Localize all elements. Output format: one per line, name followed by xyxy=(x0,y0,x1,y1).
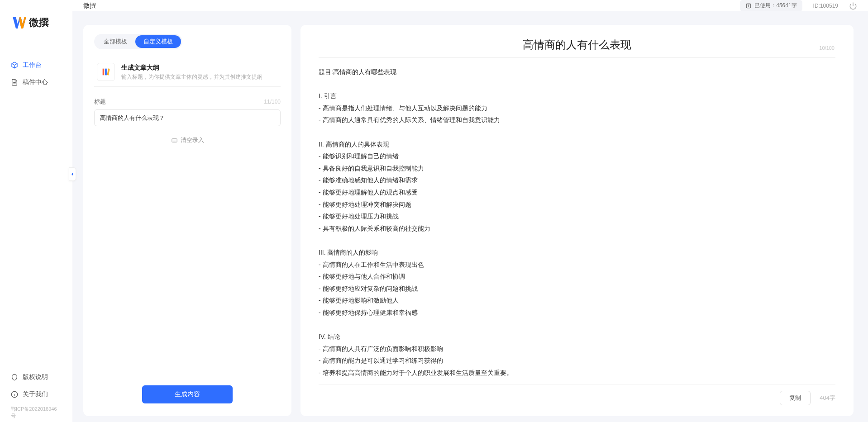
topbar: 微撰 已使用：45641字 ID:100519 xyxy=(72,0,868,11)
output-body: 题目:高情商的人有哪些表现 I. 引言 - 高情商是指人们处理情绪、与他人互动以… xyxy=(319,66,835,379)
nav-label: 稿件中心 xyxy=(23,78,48,86)
logo-text: 微撰 xyxy=(29,16,49,29)
page-title: 微撰 xyxy=(83,2,96,10)
template-tab-bar: 全部模板 自定义模板 xyxy=(94,34,182,49)
logo[interactable]: 微撰 xyxy=(0,16,72,29)
icp-link[interactable]: 鄂ICP备2022016946号 xyxy=(0,403,72,422)
template-icon xyxy=(97,63,115,81)
output-word-count: 404字 xyxy=(820,394,835,402)
tab-custom-templates[interactable]: 自定义模板 xyxy=(135,35,181,48)
shield-icon xyxy=(11,374,18,381)
sidebar: 微撰 工作台 稿件中心 版权说明 关于我们 鄂ICP备2022016946号 xyxy=(0,0,72,422)
nav-label: 工作台 xyxy=(23,61,42,69)
usage-badge: 已使用：45641字 xyxy=(740,0,802,11)
sidebar-collapse-button[interactable] xyxy=(69,167,76,181)
tab-all-templates[interactable]: 全部模板 xyxy=(95,35,135,48)
nav-item-workbench[interactable]: 工作台 xyxy=(0,57,72,74)
clear-label: 清空录入 xyxy=(181,136,204,144)
output-title-count: 10/100 xyxy=(819,45,835,51)
cube-icon xyxy=(11,62,18,69)
output-panel: 高情商的人有什么表现 10/100 题目:高情商的人有哪些表现 I. 引言 - … xyxy=(300,25,854,416)
svg-rect-6 xyxy=(107,68,110,75)
template-card[interactable]: 生成文章大纲 输入标题，为你提供文章主体的灵感，并为其创建推文提纲 xyxy=(94,57,281,87)
output-divider xyxy=(319,57,835,58)
chevron-left-icon xyxy=(70,172,75,176)
keyboard-icon xyxy=(171,137,178,144)
title-char-count: 11/100 xyxy=(264,99,281,105)
field-label-title: 标题 xyxy=(94,98,106,106)
svg-rect-5 xyxy=(105,69,107,76)
template-title: 生成文章大纲 xyxy=(121,64,262,72)
books-icon xyxy=(101,67,111,77)
power-icon[interactable] xyxy=(849,2,857,10)
nav-label: 版权说明 xyxy=(23,373,48,381)
user-id: ID:100519 xyxy=(813,3,838,9)
template-desc: 输入标题，为你提供文章主体的灵感，并为其创建推文提纲 xyxy=(121,74,262,81)
clear-input-button[interactable]: 清空录入 xyxy=(94,136,281,144)
info-icon xyxy=(11,391,18,398)
text-icon xyxy=(745,3,752,9)
copy-button[interactable]: 复制 xyxy=(780,391,811,405)
bottom-nav: 版权说明 关于我们 xyxy=(0,369,72,403)
svg-rect-4 xyxy=(103,69,105,76)
nav-label: 关于我们 xyxy=(23,390,48,398)
input-panel: 全部模板 自定义模板 生成文章大纲 输入标题，为你提供文章主体的灵感，并为其创建… xyxy=(83,25,291,416)
output-title: 高情商的人有什么表现 xyxy=(319,38,835,52)
generate-button[interactable]: 生成内容 xyxy=(142,385,233,403)
document-icon xyxy=(11,79,18,86)
nav-item-copyright[interactable]: 版权说明 xyxy=(0,369,72,386)
nav-item-drafts[interactable]: 稿件中心 xyxy=(0,74,72,91)
title-input[interactable] xyxy=(94,109,281,126)
usage-text: 已使用：45641字 xyxy=(754,2,796,9)
logo-icon xyxy=(13,17,26,28)
nav-item-about[interactable]: 关于我们 xyxy=(0,386,72,403)
main-nav: 工作台 稿件中心 xyxy=(0,57,72,369)
svg-rect-7 xyxy=(172,138,176,142)
